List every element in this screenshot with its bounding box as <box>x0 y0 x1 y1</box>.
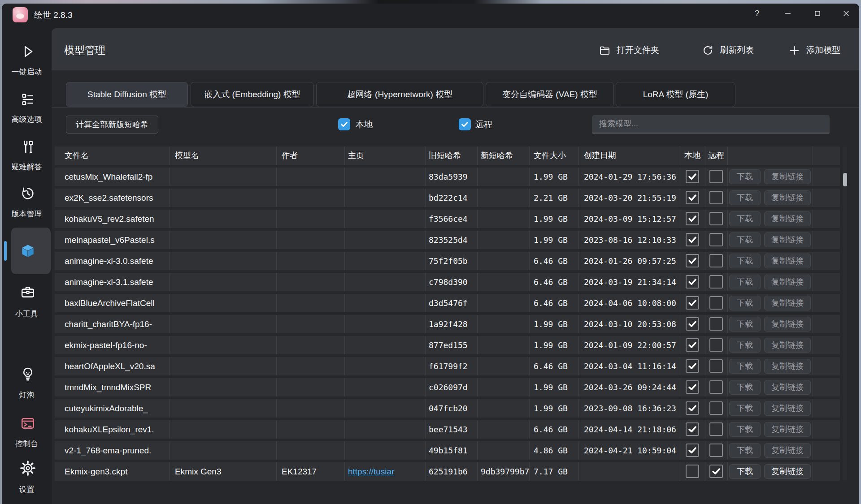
table-scrollbar-track[interactable] <box>843 146 847 481</box>
download-button[interactable]: 下载 <box>729 359 761 374</box>
copy-link-button[interactable]: 复制链接 <box>764 338 811 353</box>
copy-link-button[interactable]: 复制链接 <box>764 254 811 268</box>
refresh-list-button[interactable]: 刷新列表 <box>702 40 754 60</box>
compute-hash-button[interactable]: 计算全部新版短哈希 <box>66 116 158 134</box>
row-local-checkbox[interactable] <box>686 380 699 394</box>
row-local-checkbox[interactable] <box>686 275 699 289</box>
row-local-checkbox[interactable] <box>686 338 699 352</box>
table-row[interactable]: cuteyukimixAdorable_047fcb201.99 GB2023-… <box>55 399 840 418</box>
table-row[interactable]: charitt_charitBYA-fp16-1a92f4281.99 GB20… <box>55 315 840 333</box>
table-row[interactable]: ex2K_sse2.safetensorsbd222c142.21 GB2024… <box>55 189 840 207</box>
tab-0[interactable]: Stable Diffusion 模型 <box>66 82 188 107</box>
download-button[interactable]: 下载 <box>729 233 761 247</box>
row-local-checkbox[interactable] <box>686 465 699 478</box>
copy-link-button[interactable]: 复制链接 <box>764 211 811 226</box>
download-button[interactable]: 下载 <box>729 338 761 353</box>
row-remote-checkbox[interactable] <box>709 233 723 246</box>
row-remote-checkbox[interactable] <box>709 465 723 478</box>
row-local-checkbox[interactable] <box>686 317 699 331</box>
copy-link-button[interactable]: 复制链接 <box>764 233 811 247</box>
download-button[interactable]: 下载 <box>729 422 761 437</box>
row-remote-checkbox[interactable] <box>709 422 723 436</box>
table-row[interactable]: Ekmix-gen3.ckptEkmix Gen3EK12317https://… <box>55 462 840 481</box>
open-folder-button[interactable]: 打开文件夹 <box>599 40 659 60</box>
row-local-checkbox[interactable] <box>686 401 699 415</box>
table-row[interactable]: meinapastel_v6Pastel.s823525d41.99 GB202… <box>55 231 840 249</box>
download-button[interactable]: 下载 <box>729 169 761 184</box>
table-row[interactable]: ekmix-pastel-fp16-no-877ed1551.99 GB2024… <box>55 336 840 354</box>
row-local-checkbox[interactable] <box>686 170 699 183</box>
row-remote-checkbox[interactable] <box>709 401 723 415</box>
table-row[interactable]: heartOfAppleXL_v20.saf61799f26.46 GB2024… <box>55 357 840 375</box>
download-button[interactable]: 下载 <box>729 254 761 268</box>
minimize-button[interactable] <box>780 6 796 21</box>
close-button[interactable] <box>839 6 854 21</box>
copy-link-button[interactable]: 复制链接 <box>764 296 811 310</box>
download-button[interactable]: 下载 <box>729 317 761 332</box>
maximize-button[interactable] <box>810 6 825 21</box>
row-remote-checkbox[interactable] <box>709 296 723 310</box>
homepage-link[interactable]: https://tusiar <box>344 462 425 481</box>
download-button[interactable]: 下载 <box>729 211 761 226</box>
local-filter-checkbox[interactable] <box>338 118 350 130</box>
tab-1[interactable]: 嵌入式 (Embedding) 模型 <box>191 82 314 107</box>
download-button[interactable]: 下载 <box>729 464 761 479</box>
row-remote-checkbox[interactable] <box>709 359 723 373</box>
download-button[interactable]: 下载 <box>729 443 761 458</box>
table-row[interactable]: baxlBlueArchiveFlatCelld3d5476f6.46 GB20… <box>55 294 840 312</box>
copy-link-button[interactable]: 复制链接 <box>764 422 811 437</box>
table-row[interactable]: kohakuV5_rev2.safetenf3566ce41.99 GB2024… <box>55 210 840 228</box>
table-row[interactable]: animagine-xl-3.0.safete75f2f05b6.46 GB20… <box>55 252 840 270</box>
row-remote-checkbox[interactable] <box>709 212 723 225</box>
add-model-button[interactable]: 添加模型 <box>788 40 840 60</box>
copy-link-button[interactable]: 复制链接 <box>764 190 811 205</box>
row-local-checkbox[interactable] <box>686 233 699 246</box>
row-remote-checkbox[interactable] <box>709 380 723 394</box>
table-row[interactable]: animagine-xl-3.1.safetec798d3906.46 GB20… <box>55 273 840 291</box>
copy-link-button[interactable]: 复制链接 <box>764 443 811 458</box>
table-scrollbar-thumb[interactable] <box>843 173 847 186</box>
download-button[interactable]: 下载 <box>729 380 761 395</box>
table-row[interactable]: tmndMix_tmndMixSPRc026097d1.99 GB2024-03… <box>55 378 840 396</box>
row-remote-checkbox[interactable] <box>709 275 723 289</box>
cell-author <box>276 315 344 333</box>
help-button[interactable]: ? <box>749 6 765 21</box>
row-remote-checkbox[interactable] <box>709 170 723 183</box>
row-local-checkbox[interactable] <box>686 254 699 267</box>
row-remote-checkbox[interactable] <box>709 254 723 267</box>
download-button[interactable]: 下载 <box>729 190 761 205</box>
copy-link-button[interactable]: 复制链接 <box>764 317 811 332</box>
copy-link-button[interactable]: 复制链接 <box>764 380 811 395</box>
row-local-checkbox[interactable] <box>686 359 699 373</box>
advanced-options-icon <box>20 92 35 107</box>
copy-link-button[interactable]: 复制链接 <box>764 464 811 479</box>
row-remote-checkbox[interactable] <box>709 317 723 331</box>
column-separator <box>727 146 728 165</box>
toolbox-icon <box>20 284 35 300</box>
row-remote-checkbox[interactable] <box>709 191 723 204</box>
row-local-checkbox[interactable] <box>686 422 699 436</box>
tab-4[interactable]: LoRA 模型 (原生) <box>616 82 735 107</box>
row-remote-checkbox[interactable] <box>709 338 723 352</box>
row-local-checkbox[interactable] <box>686 444 699 457</box>
column-separator <box>705 210 705 228</box>
row-local-checkbox[interactable] <box>686 191 699 204</box>
search-input[interactable] <box>592 115 830 134</box>
table-row[interactable]: kohakuXLEpsilon_rev1.bee715436.46 GB2024… <box>55 420 840 439</box>
download-button[interactable]: 下载 <box>729 275 761 289</box>
row-local-checkbox[interactable] <box>686 212 699 225</box>
download-button[interactable]: 下载 <box>729 401 761 416</box>
table-row[interactable]: cetusMix_Whalefall2-fp83da59391.99 GB202… <box>55 168 840 186</box>
table-row[interactable]: v2-1_768-ema-pruned.49b15f814.86 GB2024-… <box>55 441 840 460</box>
download-button[interactable]: 下载 <box>729 296 761 310</box>
remote-filter-checkbox[interactable] <box>459 118 471 130</box>
copy-link-button[interactable]: 复制链接 <box>764 401 811 416</box>
row-local-checkbox[interactable] <box>686 296 699 310</box>
copy-link-button[interactable]: 复制链接 <box>764 275 811 289</box>
tab-3[interactable]: 变分自编码器 (VAE) 模型 <box>486 82 614 107</box>
tab-2[interactable]: 超网络 (Hypernetwork) 模型 <box>316 82 483 107</box>
copy-link-button[interactable]: 复制链接 <box>764 359 811 374</box>
cell-file: baxlBlueArchiveFlatCell <box>55 294 170 312</box>
copy-link-button[interactable]: 复制链接 <box>764 169 811 184</box>
row-remote-checkbox[interactable] <box>709 444 723 457</box>
